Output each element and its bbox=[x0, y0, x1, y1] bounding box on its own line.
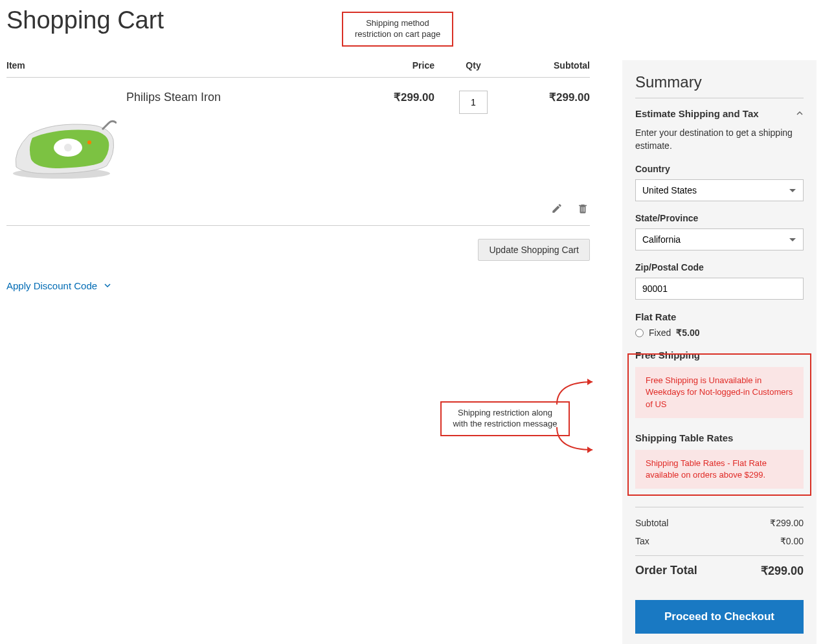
item-subtotal: ₹299.00 bbox=[512, 89, 590, 183]
table-rates-error: Shipping Table Rates - Flat Rate availab… bbox=[635, 450, 804, 489]
totals-section: Subtotal ₹299.00 Tax ₹0.00 Order Total ₹… bbox=[635, 507, 804, 582]
country-select[interactable]: United States bbox=[635, 179, 804, 201]
svg-point-3 bbox=[87, 140, 91, 144]
proceed-to-checkout-button[interactable]: Proceed to Checkout bbox=[635, 600, 804, 634]
product-image[interactable] bbox=[6, 89, 117, 183]
flat-rate-section: Flat Rate Fixed ₹5.00 bbox=[635, 311, 804, 338]
col-header-subtotal: Subtotal bbox=[512, 60, 590, 71]
estimate-shipping-toggle[interactable]: Estimate Shipping and Tax bbox=[635, 108, 804, 119]
subtotal-value: ₹299.00 bbox=[770, 518, 804, 528]
trash-icon bbox=[577, 206, 589, 216]
update-cart-button[interactable]: Update Shopping Cart bbox=[478, 239, 590, 261]
flat-rate-option[interactable]: Fixed ₹5.00 bbox=[635, 328, 804, 338]
free-shipping-error: Free Shipping is Unavailable in Weekdays… bbox=[635, 367, 804, 418]
state-label: State/Province bbox=[635, 213, 804, 223]
svg-point-2 bbox=[64, 144, 72, 151]
edit-item-button[interactable] bbox=[550, 201, 564, 217]
item-price: ₹299.00 bbox=[357, 89, 434, 183]
cart-item-row: Philips Steam Iron ₹299.00 ₹299.00 bbox=[6, 78, 590, 190]
chevron-down-icon bbox=[104, 280, 111, 291]
col-header-price: Price bbox=[357, 60, 434, 71]
estimate-description: Enter your destination to get a shipping… bbox=[635, 127, 804, 152]
country-label: Country bbox=[635, 164, 804, 174]
state-select[interactable]: California bbox=[635, 228, 804, 250]
cart-main: Item Price Qty Subtotal bbox=[6, 60, 590, 644]
col-header-item: Item bbox=[6, 60, 357, 71]
cart-item-actions bbox=[6, 190, 590, 226]
subtotal-label: Subtotal bbox=[635, 518, 668, 528]
tax-label: Tax bbox=[635, 536, 649, 546]
summary-title: Summary bbox=[635, 73, 804, 98]
zip-label: Zip/Postal Code bbox=[635, 262, 804, 272]
table-rates-section: Shipping Table Rates Shipping Table Rate… bbox=[635, 432, 804, 489]
annotation-side: Shipping restriction along with the rest… bbox=[440, 401, 570, 436]
cart-header-row: Item Price Qty Subtotal bbox=[6, 60, 590, 78]
col-header-qty: Qty bbox=[434, 60, 512, 71]
order-total-label: Order Total bbox=[635, 564, 697, 578]
pencil-icon bbox=[551, 206, 563, 216]
product-name[interactable]: Philips Steam Iron bbox=[126, 89, 221, 183]
remove-item-button[interactable] bbox=[576, 201, 590, 217]
chevron-up-icon bbox=[796, 108, 804, 119]
annotation-top: Shipping method restriction on cart page bbox=[342, 12, 453, 47]
table-rates-title: Shipping Table Rates bbox=[635, 432, 804, 443]
apply-discount-link[interactable]: Apply Discount Code bbox=[6, 280, 111, 291]
flat-rate-radio[interactable] bbox=[635, 329, 644, 337]
qty-input[interactable] bbox=[459, 91, 488, 114]
summary-sidebar: Summary Estimate Shipping and Tax Enter … bbox=[622, 60, 817, 644]
flat-rate-title: Flat Rate bbox=[635, 311, 804, 322]
order-total-value: ₹299.00 bbox=[761, 564, 804, 578]
free-shipping-section: Free Shipping Free Shipping is Unavailab… bbox=[635, 350, 804, 418]
free-shipping-title: Free Shipping bbox=[635, 350, 804, 361]
tax-value: ₹0.00 bbox=[780, 536, 804, 546]
zip-input[interactable] bbox=[635, 278, 804, 300]
